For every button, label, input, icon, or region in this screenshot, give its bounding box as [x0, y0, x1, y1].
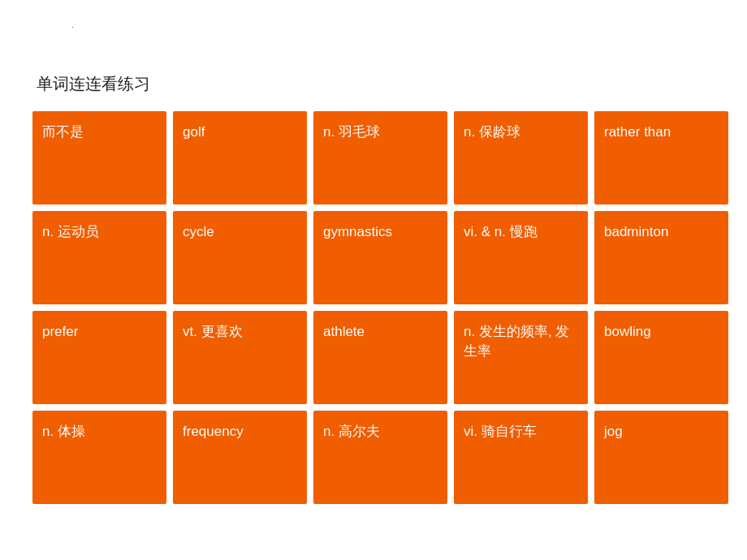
card-text: golf	[183, 123, 205, 142]
word-card[interactable]: bowling	[594, 311, 728, 404]
word-card[interactable]: n. 体操	[32, 411, 166, 504]
card-text: cycle	[183, 222, 214, 242]
card-text: n. 保龄球	[464, 123, 520, 142]
word-card[interactable]: n. 羽毛球	[313, 111, 447, 205]
word-card[interactable]: badminton	[594, 211, 728, 304]
word-card[interactable]: cycle	[173, 211, 307, 304]
card-text: n. 体操	[42, 422, 85, 442]
word-card[interactable]: 而不是	[32, 111, 166, 205]
card-text: athlete	[323, 322, 365, 342]
card-text: n. 运动员	[42, 222, 99, 242]
word-card[interactable]: vi. & n. 慢跑	[454, 211, 588, 304]
card-text: rather than	[604, 123, 671, 142]
card-text: jog	[604, 422, 623, 442]
card-text: n. 高尔夫	[323, 422, 380, 442]
word-card[interactable]: jog	[594, 411, 728, 504]
word-card[interactable]: golf	[173, 111, 307, 205]
card-text: vi. & n. 慢跑	[464, 222, 538, 242]
page-title: 单词连连看练习	[37, 73, 747, 95]
word-card[interactable]: n. 保龄球	[454, 111, 588, 205]
card-text: n. 羽毛球	[323, 123, 380, 142]
word-card[interactable]: n. 发生的频率, 发生率	[454, 311, 588, 404]
word-card[interactable]: n. 运动员	[32, 211, 166, 304]
card-text: prefer	[42, 322, 78, 342]
card-text: badminton	[604, 222, 668, 242]
word-card[interactable]: vi. 骑自行车	[454, 411, 588, 504]
card-text: n. 发生的频率, 发生率	[464, 322, 578, 361]
word-card[interactable]: frequency	[173, 411, 307, 504]
word-card[interactable]: prefer	[32, 311, 166, 404]
word-card[interactable]: rather than	[594, 111, 728, 205]
card-text: vi. 骑自行车	[464, 422, 537, 442]
dot-decoration: ·	[71, 23, 74, 32]
word-card[interactable]: vt. 更喜欢	[173, 311, 307, 404]
card-text: 而不是	[42, 123, 84, 142]
card-text: bowling	[604, 322, 651, 342]
word-grid: 而不是golfn. 羽毛球n. 保龄球rather thann. 运动员cycl…	[32, 111, 747, 504]
word-card[interactable]: athlete	[313, 311, 447, 404]
card-text: vt. 更喜欢	[183, 322, 243, 342]
card-text: frequency	[183, 422, 244, 442]
word-card[interactable]: gymnastics	[313, 211, 447, 304]
word-card[interactable]: n. 高尔夫	[313, 411, 447, 504]
card-text: gymnastics	[323, 222, 392, 242]
